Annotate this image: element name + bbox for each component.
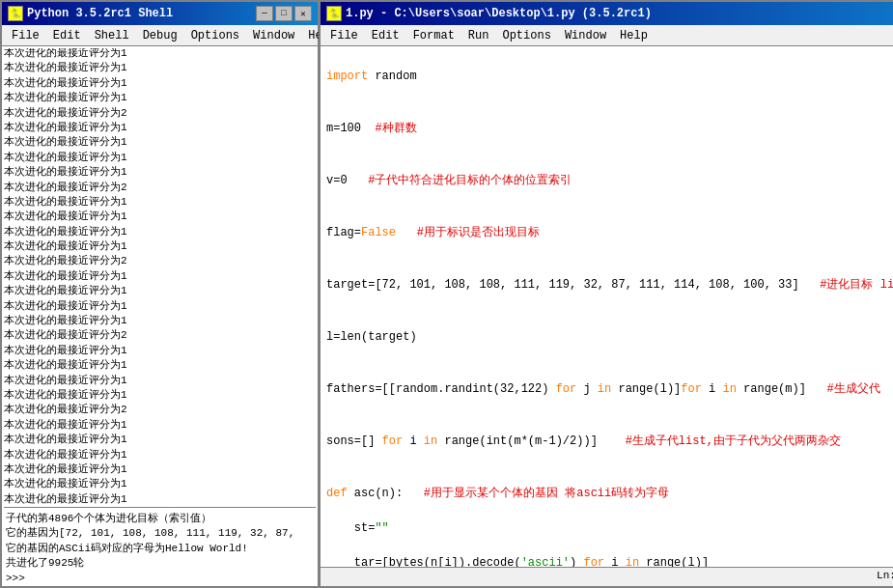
editor-menu-format[interactable]: Format	[407, 27, 460, 43]
code-area[interactable]: import random m=100 #种群数 v=0 #子代中符合进化目标的…	[321, 46, 893, 567]
shell-close-button[interactable]: ✕	[294, 6, 312, 21]
shell-bottom-line1: 子代的第4896个个体为进化目标（索引值）	[6, 512, 314, 526]
shell-menu-options[interactable]: Options	[185, 27, 245, 43]
shell-text-area[interactable]: 本次进化的最接近评分为1本次进化的最接近评分为1本次进化的最接近评分为1本次进化…	[4, 48, 316, 507]
code-line-17: def asc(n): #用于显示某个个体的基因 将ascii码转为字母	[326, 485, 893, 502]
editor-line-number: Ln: 27	[877, 570, 893, 584]
editor-menu-help[interactable]: Help	[614, 27, 654, 43]
shell-line-25: 本次进化的最接近评分为1	[4, 418, 316, 433]
shell-window: 🐍 Python 3.5.2rc1 Shell ─ □ ✕ File Edit …	[0, 0, 319, 588]
code-line-1: import random	[326, 68, 893, 85]
shell-line-17: 本次进化的最接近评分为1	[4, 299, 316, 314]
editor-titlebar-left: 🐍 1.py - C:\Users\soar\Desktop\1.py (3.5…	[326, 6, 652, 21]
shell-titlebar-controls: ─ □ ✕	[256, 6, 312, 21]
shell-menu-edit[interactable]: Edit	[47, 27, 87, 43]
editor-window: 🐍 1.py - C:\Users\soar\Desktop\1.py (3.5…	[319, 0, 893, 588]
editor-menu-file[interactable]: File	[324, 27, 364, 43]
code-line-18: st=""	[326, 519, 893, 537]
shell-titlebar: 🐍 Python 3.5.2rc1 Shell ─ □ ✕	[2, 2, 318, 25]
shell-bottom-line4: 共进化了9925轮	[6, 556, 314, 571]
editor-menu-window[interactable]: Window	[559, 27, 612, 43]
code-line-9: target=[72, 101, 108, 108, 111, 119, 32,…	[326, 276, 893, 294]
shell-line-14: 本次进化的最接近评分为2	[4, 254, 316, 268]
code-line-3: m=100 #种群数	[326, 120, 893, 137]
editor-content[interactable]: import random m=100 #种群数 v=0 #子代中符合进化目标的…	[321, 46, 893, 567]
editor-menu-edit[interactable]: Edit	[366, 27, 405, 43]
shell-line-4: 本次进化的最接近评分为2	[4, 106, 316, 121]
shell-line-8: 本次进化的最接近评分为1	[4, 165, 316, 180]
shell-line-13: 本次进化的最接近评分为1	[4, 239, 316, 254]
shell-menu-window[interactable]: Window	[247, 27, 300, 43]
shell-bottom: 子代的第4896个个体为进化目标（索引值） 它的基因为[72, 101, 108…	[4, 507, 316, 586]
shell-line-15: 本次进化的最接近评分为1	[4, 269, 316, 284]
editor-menu-options[interactable]: Options	[496, 27, 556, 43]
shell-line-5: 本次进化的最接近评分为1	[4, 121, 316, 135]
shell-line-22: 本次进化的最接近评分为1	[4, 374, 316, 388]
shell-menubar: File Edit Shell Debug Options Window Hel…	[2, 25, 318, 46]
shell-maximize-button[interactable]: □	[275, 6, 293, 21]
shell-line-23: 本次进化的最接近评分为1	[4, 388, 316, 403]
editor-icon: 🐍	[326, 6, 342, 21]
shell-line-21: 本次进化的最接近评分为1	[4, 358, 316, 373]
editor-menu-run[interactable]: Run	[462, 27, 495, 43]
shell-line-30: 本次进化的最接近评分为1	[4, 492, 316, 507]
shell-line-16: 本次进化的最接近评分为1	[4, 284, 316, 298]
shell-line-10: 本次进化的最接近评分为1	[4, 195, 316, 210]
shell-line-7: 本次进化的最接近评分为1	[4, 151, 316, 165]
editor-statusbar: Ln: 27 Col: 0	[321, 567, 893, 586]
code-line-15: sons=[] for i in range(int(m*(m-1)/2))] …	[326, 433, 893, 450]
editor-menubar: File Edit Format Run Options Window Help	[321, 25, 893, 46]
shell-line-26: 本次进化的最接近评分为1	[4, 433, 316, 447]
shell-line-3: 本次进化的最接近评分为1	[4, 91, 316, 105]
shell-line-28: 本次进化的最接近评分为1	[4, 462, 316, 477]
shell-menu-file[interactable]: File	[6, 27, 45, 43]
shell-line-1: 本次进化的最接近评分为1	[4, 61, 316, 75]
shell-title: Python 3.5.2rc1 Shell	[27, 7, 173, 20]
shell-minimize-button[interactable]: ─	[256, 6, 273, 21]
code-line-11: l=len(target)	[326, 328, 893, 346]
shell-line-19: 本次进化的最接近评分为2	[4, 328, 316, 343]
shell-line-12: 本次进化的最接近评分为1	[4, 225, 316, 239]
shell-line-11: 本次进化的最接近评分为1	[4, 210, 316, 224]
python-icon: 🐍	[8, 6, 23, 21]
shell-line-0: 本次进化的最接近评分为1	[4, 48, 316, 61]
shell-menu-debug[interactable]: Debug	[137, 27, 183, 43]
shell-line-9: 本次进化的最接近评分为2	[4, 181, 316, 195]
shell-titlebar-left: 🐍 Python 3.5.2rc1 Shell	[8, 6, 173, 21]
shell-content: 本次进化的最接近评分为1本次进化的最接近评分为1本次进化的最接近评分为1本次进化…	[2, 46, 318, 586]
editor-title: 1.py - C:\Users\soar\Desktop\1.py (3.5.2…	[346, 7, 652, 20]
shell-line-29: 本次进化的最接近评分为1	[4, 477, 316, 491]
shell-line-24: 本次进化的最接近评分为2	[4, 403, 316, 417]
shell-line-20: 本次进化的最接近评分为1	[4, 344, 316, 358]
shell-bottom-line2: 它的基因为[72, 101, 108, 108, 111, 119, 32, 8…	[6, 526, 314, 541]
shell-menu-shell[interactable]: Shell	[89, 27, 135, 43]
shell-bottom-line3: 它的基因的ASCii码对应的字母为Hellow World!	[6, 542, 314, 556]
shell-line-6: 本次进化的最接近评分为1	[4, 135, 316, 150]
code-line-19: tar=[bytes(n[i]).decode('ascii') for i i…	[326, 554, 893, 567]
code-line-5: v=0 #子代中符合进化目标的个体的位置索引	[326, 172, 893, 189]
code-line-13: fathers=[[random.randint(32,122) for j i…	[326, 380, 893, 398]
shell-prompt[interactable]: >>>	[6, 572, 314, 586]
shell-line-2: 本次进化的最接近评分为1	[4, 76, 316, 91]
shell-line-27: 本次进化的最接近评分为1	[4, 448, 316, 462]
editor-titlebar: 🐍 1.py - C:\Users\soar\Desktop\1.py (3.5…	[321, 2, 893, 25]
shell-line-18: 本次进化的最接近评分为1	[4, 314, 316, 328]
code-line-7: flag=False #用于标识是否出现目标	[326, 224, 893, 241]
